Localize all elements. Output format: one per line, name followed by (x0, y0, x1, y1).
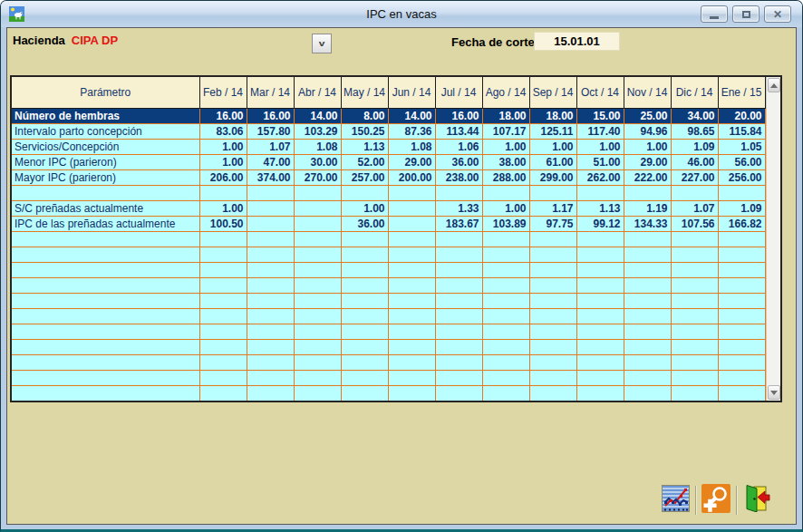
cell (341, 385, 388, 401)
chart-button[interactable] (661, 486, 690, 515)
cell (294, 385, 341, 401)
row-label: IPC de las preñadas actualmente (12, 216, 199, 231)
table-row[interactable]: Mayor IPC (parieron)206.00374.00270.0025… (12, 169, 765, 185)
scroll-down-button[interactable] (768, 385, 780, 400)
vertical-scrollbar[interactable] (766, 77, 781, 401)
column-header[interactable]: May / 14 (341, 77, 388, 108)
cell: 97.75 (529, 216, 576, 231)
table-row[interactable] (12, 370, 765, 385)
table-row[interactable] (12, 339, 765, 354)
cell: 1.00 (482, 200, 529, 216)
column-header[interactable]: Ene / 15 (718, 77, 765, 108)
cell (199, 277, 247, 293)
cell: 134.33 (624, 216, 671, 231)
cell (388, 385, 435, 401)
scroll-up-button[interactable] (768, 78, 780, 92)
table-row[interactable] (12, 231, 765, 247)
cell: 1.00 (576, 139, 624, 154)
cell: 34.00 (671, 108, 718, 123)
column-header[interactable]: Nov / 14 (624, 77, 671, 108)
table-row[interactable]: Menor IPC (parieron)1.0047.0030.0052.002… (12, 154, 765, 169)
cell (576, 231, 624, 247)
cell: 1.00 (529, 139, 576, 154)
cell (624, 385, 671, 401)
cell (529, 308, 576, 324)
column-header[interactable]: Oct / 14 (576, 77, 624, 108)
cell (576, 262, 624, 277)
table-row[interactable] (12, 385, 765, 401)
fecha-corte-label: Fecha de corte (451, 35, 535, 49)
row-label (12, 308, 199, 324)
cell (576, 293, 624, 308)
cell: 206.00 (199, 169, 247, 185)
cell (247, 339, 294, 354)
cell (341, 354, 388, 370)
cell (529, 370, 576, 385)
row-label (12, 354, 199, 370)
cell: 29.00 (624, 154, 671, 169)
hacienda-dropdown[interactable]: v (312, 34, 332, 53)
column-header[interactable]: Ago / 14 (482, 77, 529, 108)
exit-button[interactable] (742, 486, 771, 515)
cell (718, 262, 765, 277)
cell: 299.00 (529, 169, 576, 185)
cell (199, 185, 247, 200)
row-label (12, 231, 199, 247)
table-row[interactable] (12, 354, 765, 370)
cell (576, 370, 624, 385)
table-row[interactable] (12, 247, 765, 262)
cell (388, 324, 435, 339)
table-row[interactable]: Número de hembras16.0016.0014.008.0014.0… (12, 108, 765, 123)
fecha-corte-field[interactable]: 15.01.01 (534, 32, 620, 51)
table-row[interactable]: Servicios/Concepción1.001.071.081.131.08… (12, 139, 765, 154)
cell (294, 200, 341, 216)
table-row[interactable] (12, 185, 765, 200)
ipc-grid: Parámetro Feb / 14Mar / 14Abr / 14May / … (12, 77, 766, 401)
maximize-button[interactable] (732, 5, 759, 23)
cell: 15.00 (576, 108, 624, 123)
cell (482, 308, 529, 324)
column-header[interactable]: Abr / 14 (294, 77, 341, 108)
cell (388, 277, 435, 293)
param-column-header[interactable]: Parámetro (12, 77, 199, 108)
column-header[interactable]: Feb / 14 (199, 77, 247, 108)
cell: 18.00 (529, 108, 576, 123)
table-row[interactable]: Intervalo parto concepción83.06157.80103… (12, 123, 765, 139)
table-row[interactable] (12, 308, 765, 324)
column-header[interactable]: Dic / 14 (671, 77, 718, 108)
column-header[interactable]: Mar / 14 (247, 77, 294, 108)
cell: 117.40 (576, 123, 624, 139)
table-row[interactable] (12, 324, 765, 339)
table-row[interactable] (12, 277, 765, 293)
cell: 1.07 (671, 200, 718, 216)
cell (576, 185, 624, 200)
cell: 166.82 (718, 216, 765, 231)
table-body: Número de hembras16.0016.0014.008.0014.0… (12, 108, 765, 401)
table-row[interactable]: IPC de las preñadas actualmente100.5036.… (12, 216, 765, 231)
cell: 16.00 (247, 108, 294, 123)
zoom-button[interactable] (701, 486, 730, 515)
cell: 94.96 (624, 123, 671, 139)
cell: 107.56 (671, 216, 718, 231)
arrow-down-icon (770, 391, 778, 395)
cell (624, 231, 671, 247)
table-row[interactable] (12, 293, 765, 308)
cell (341, 277, 388, 293)
minimize-button[interactable] (701, 5, 728, 23)
cell (624, 339, 671, 354)
table-row[interactable]: S/C preñadas actualmente1.001.001.331.00… (12, 200, 765, 216)
cell (671, 339, 718, 354)
column-header[interactable]: Jul / 14 (435, 77, 482, 108)
cell (294, 324, 341, 339)
cell: 38.00 (482, 154, 529, 169)
cell: 52.00 (341, 154, 388, 169)
column-header[interactable]: Jun / 14 (388, 77, 435, 108)
column-header[interactable]: Sep / 14 (529, 77, 576, 108)
table-row[interactable] (12, 262, 765, 277)
cell: 1.00 (482, 139, 529, 154)
window-title: IPC en vacas (1, 1, 802, 27)
cell (529, 231, 576, 247)
cell: 1.00 (199, 154, 247, 169)
cell: 36.00 (341, 216, 388, 231)
close-button[interactable]: ✕ (764, 5, 791, 23)
